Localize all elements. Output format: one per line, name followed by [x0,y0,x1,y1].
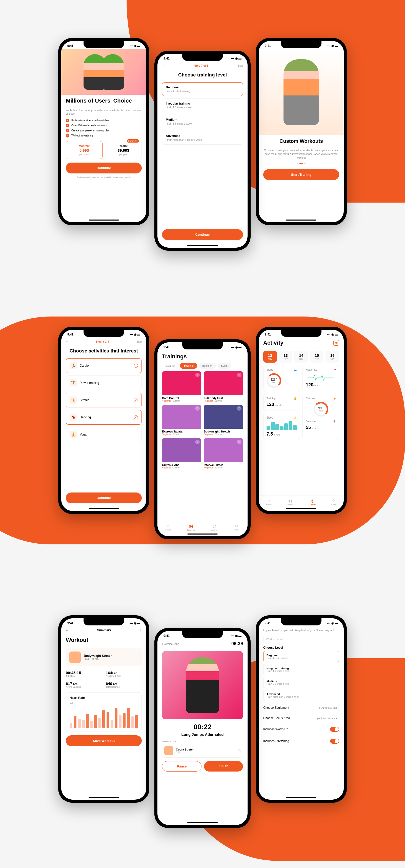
back-icon[interactable]: ← [66,340,69,343]
stat-steps[interactable]: Steps👟1234Steps [263,365,300,391]
date-14[interactable]: 14Nov [294,351,308,363]
skip-link[interactable]: Skip [238,64,243,67]
check-icon: ✓ [66,134,69,137]
date-12[interactable]: 12Nov [263,351,277,363]
start-button[interactable]: Start Traning [263,169,339,180]
nav-activity[interactable]: ◎Activity [309,498,316,506]
level-irregular[interactable]: Irregular trainingI train 1-2 times a we… [162,98,243,112]
workout-item[interactable]: Bodyweight Stretch08:30 - 09:15 [66,648,142,666]
level-beginner[interactable]: BeginnerI want to start training [162,82,243,96]
activity-yoga[interactable]: 🧘Yoga [66,427,142,442]
heart-icon[interactable]: ♡ [237,406,242,411]
weights-icon: 🏋️ [70,379,77,386]
sleep-icon: ✨ [293,416,297,419]
target-icon: ◎ [309,498,316,503]
row-focus-area[interactable]: Choose Focus AreaLegs, Core muscles› [263,713,339,723]
training-card[interactable]: ♡Full Body FastBeginner • 32 min [204,371,243,402]
phone-activity-stats: 9:41▪▪▪ ◉ ▬ Activity▦ 12Nov 13Nov 14Nov … [256,327,347,514]
phone-workout-summary: 9:41▪▪▪ ◉ ▬ ←Summary⇧ Workout Bodyweight… [58,615,149,803]
next-exercise[interactable]: Cobra Stretch0:40ⓘ [162,744,243,757]
exercise-name: Lung Jumps Atlernated [162,732,243,737]
workout-name-input[interactable]: Workout name [263,635,339,643]
metric-heartrate: 164bmpAvg Heart Rate [106,671,142,677]
training-card[interactable]: ♡Core ControlBeginner • 32 min [162,371,201,402]
heart-icon[interactable]: ♡ [195,440,200,444]
filter-beginner[interactable]: Beginner [180,363,197,369]
level-medium[interactable]: MediumI train 3-5 times a week [263,677,339,688]
finish-button[interactable]: Finish [204,761,243,772]
heart-icon[interactable]: ♡ [237,373,242,377]
feature-item: ✓Without advertising [66,134,142,137]
target-icon: ◎ [211,524,218,528]
info-icon[interactable]: ⓘ [238,749,241,753]
nav-profile[interactable]: ☺Profile [234,524,240,531]
heart-icon[interactable]: ♡ [237,440,242,444]
level-medium[interactable]: MediumI train 3-5 times a week [162,115,243,128]
date-16[interactable]: 16Nov [325,351,339,363]
row-warmup: Includes Warm-Up [263,723,339,735]
calendar-icon[interactable]: ▦ [333,340,339,346]
nav-trainings[interactable]: ◗◖Trainings [187,524,195,531]
continue-button[interactable]: Continue [66,493,142,503]
stat-training[interactable]: Training💪120 minutes [263,394,300,410]
exercise-counter: Exercise 5/12 [162,642,179,645]
heart-icon: ♥ [334,368,336,371]
activity-power[interactable]: 🏋️Power training [66,375,142,390]
back-icon[interactable]: ← [66,628,69,632]
page-title: Choose training level [162,72,243,78]
check-icon: ✓ [66,119,69,122]
filter-tab[interactable]: Beginner [199,363,216,369]
price-monthly[interactable]: Monthly 5,99$ per month [66,141,102,159]
stat-calories[interactable]: Calories◉990KCalDistance📍55 minutes [303,394,339,440]
page-title: Choose activities that interest [66,348,142,354]
heart-icon[interactable]: ♡ [195,373,200,377]
stat-heartrate[interactable]: Heart rate♥120bmp [303,365,339,391]
clear-all[interactable]: Clear All [162,363,179,369]
filter-tab[interactable]: Begin [217,363,231,369]
date-13[interactable]: 13Nov [279,351,292,363]
activity-stretch[interactable]: 🤸Stretch✓ [66,393,142,407]
phone-exercise: 9:41▪▪▪ ◉ ▬ Exercise 5/1206:39 00:22 Lun… [154,628,251,828]
nav-home[interactable]: ⌂Home [266,498,271,506]
training-card[interactable]: ♡Express TabataBeginner • 32 min [162,405,201,436]
warmup-toggle[interactable] [330,727,339,732]
nav-activity[interactable]: ◎Activity [211,524,218,531]
continue-button[interactable]: Continue [162,229,243,240]
training-card[interactable]: ♡Glutes & AbsBeginner • 32 min [162,438,201,469]
activity-cardio[interactable]: 🏃Cardio✓ [66,358,142,373]
total-time: 06:39 [231,641,243,646]
page-title: Custom Workouts [263,138,339,144]
continue-button[interactable]: Continue [66,162,142,174]
check-icon: ✓ [134,364,138,368]
dumbbell-icon: ◗◖ [286,498,294,503]
date-15[interactable]: 15Nov [310,351,324,363]
level-beginner[interactable]: BeginnerI want to start training [263,651,339,662]
price-yearly[interactable]: Save 70% Yearly 39,99$ per year [105,141,142,159]
home-icon: ⌂ [266,498,271,503]
phone-training-level: 9:41▪▪▪ ◉ ▬ ← Step 7 of 8 Skip Choose tr… [154,51,251,251]
workout-thumb [69,652,81,663]
activity-dancing[interactable]: 💃Dancing✓ [66,410,142,425]
heart-icon[interactable]: ♡ [195,406,200,411]
exercise-video[interactable] [162,651,243,719]
exercise-timer: 00:22 [162,723,243,731]
nav-trainings[interactable]: ◗◖Trainings [286,498,294,506]
status-time: 9:41 [67,44,73,48]
stretching-toggle[interactable] [330,739,339,744]
stat-sleep[interactable]: Sleep✨7.5 hours [263,413,300,440]
level-irregular[interactable]: Irregular trainingI train 1-2 times a we… [263,664,339,675]
level-advanced[interactable]: AdvancedI train more than 5 times a week [162,131,243,145]
share-icon[interactable]: ⇧ [139,628,142,632]
training-card[interactable]: ♡Interval PilatesBeginner • 32 min [204,438,243,469]
back-icon[interactable]: ← [162,64,165,67]
nav-profile[interactable]: ☺Profile [331,498,336,506]
row-equipment[interactable]: Choose Equipment2 Dumbells, Mat› [263,703,339,713]
level-advanced[interactable]: AdvancedI train more than 5 times a week [263,690,339,701]
sleep-bars [267,421,297,430]
pause-button[interactable]: Pause [162,761,201,772]
steps-icon: 👟 [293,368,297,371]
nav-home[interactable]: ⌂Home [165,524,171,531]
save-badge: Save 70% [127,139,139,143]
training-card[interactable]: ♡Bodyweight StretchBeginner • 32 min [204,405,243,436]
save-workout-button[interactable]: Save Workout [66,735,142,746]
